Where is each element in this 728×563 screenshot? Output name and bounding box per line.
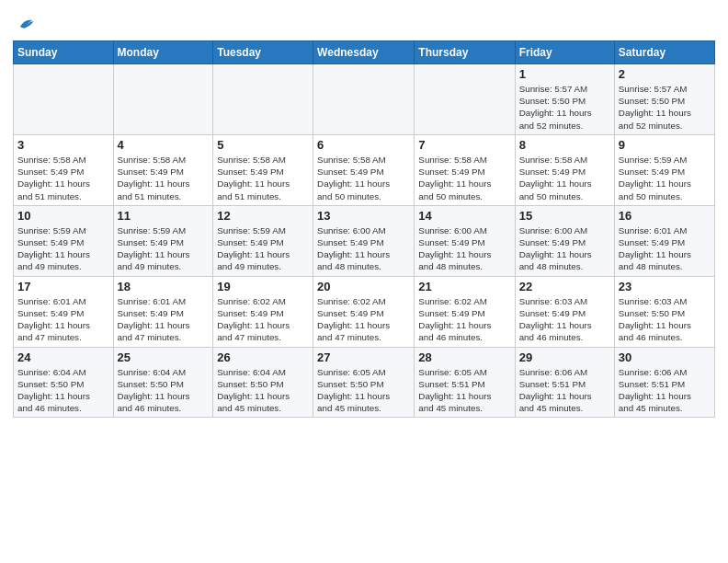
day-info: Sunrise: 6:01 AM Sunset: 5:49 PM Dayligh… xyxy=(17,295,109,344)
calendar-cell xyxy=(313,64,415,135)
calendar-cell: 20Sunrise: 6:02 AM Sunset: 5:49 PM Dayli… xyxy=(313,276,415,347)
day-info: Sunrise: 5:58 AM Sunset: 5:49 PM Dayligh… xyxy=(217,154,309,202)
calendar-week-row: 3Sunrise: 5:58 AM Sunset: 5:49 PM Daylig… xyxy=(14,134,715,205)
day-info: Sunrise: 6:06 AM Sunset: 5:51 PM Dayligh… xyxy=(619,366,711,415)
day-number: 10 xyxy=(17,209,109,223)
day-info: Sunrise: 6:01 AM Sunset: 5:49 PM Dayligh… xyxy=(619,224,711,273)
day-number: 26 xyxy=(217,350,309,364)
day-info: Sunrise: 6:04 AM Sunset: 5:50 PM Dayligh… xyxy=(217,366,309,415)
logo xyxy=(13,9,35,35)
calendar-cell: 28Sunrise: 6:05 AM Sunset: 5:51 PM Dayli… xyxy=(415,347,515,418)
calendar: SundayMondayTuesdayWednesdayThursdayFrid… xyxy=(13,40,715,418)
day-number: 16 xyxy=(619,209,711,223)
calendar-cell: 14Sunrise: 6:00 AM Sunset: 5:49 PM Dayli… xyxy=(415,205,515,276)
calendar-cell xyxy=(213,64,313,135)
calendar-cell: 24Sunrise: 6:04 AM Sunset: 5:50 PM Dayli… xyxy=(14,347,114,418)
day-info: Sunrise: 6:02 AM Sunset: 5:49 PM Dayligh… xyxy=(217,295,309,344)
day-number: 13 xyxy=(317,209,410,223)
day-info: Sunrise: 5:59 AM Sunset: 5:49 PM Dayligh… xyxy=(619,154,711,202)
weekday-header-saturday: Saturday xyxy=(614,41,714,64)
page: SundayMondayTuesdayWednesdayThursdayFrid… xyxy=(0,0,728,563)
day-number: 14 xyxy=(418,209,510,223)
calendar-cell: 23Sunrise: 6:03 AM Sunset: 5:50 PM Dayli… xyxy=(614,276,714,347)
calendar-cell: 3Sunrise: 5:58 AM Sunset: 5:49 PM Daylig… xyxy=(14,134,114,205)
calendar-cell: 17Sunrise: 6:01 AM Sunset: 5:49 PM Dayli… xyxy=(14,276,114,347)
day-number: 6 xyxy=(317,138,410,152)
weekday-header-row: SundayMondayTuesdayWednesdayThursdayFrid… xyxy=(14,41,715,64)
calendar-cell xyxy=(415,64,515,135)
calendar-cell xyxy=(113,64,213,135)
calendar-cell xyxy=(14,64,114,135)
day-info: Sunrise: 5:58 AM Sunset: 5:49 PM Dayligh… xyxy=(519,154,610,202)
day-number: 19 xyxy=(217,280,309,293)
calendar-cell: 21Sunrise: 6:02 AM Sunset: 5:49 PM Dayli… xyxy=(415,276,515,347)
calendar-cell: 27Sunrise: 6:05 AM Sunset: 5:50 PM Dayli… xyxy=(313,347,415,418)
weekday-header-friday: Friday xyxy=(515,41,614,64)
day-info: Sunrise: 6:00 AM Sunset: 5:49 PM Dayligh… xyxy=(418,224,510,273)
day-info: Sunrise: 5:59 AM Sunset: 5:49 PM Dayligh… xyxy=(217,224,309,273)
day-info: Sunrise: 5:57 AM Sunset: 5:50 PM Dayligh… xyxy=(619,83,711,132)
day-number: 27 xyxy=(317,350,410,364)
calendar-cell: 2Sunrise: 5:57 AM Sunset: 5:50 PM Daylig… xyxy=(614,64,714,135)
day-info: Sunrise: 6:03 AM Sunset: 5:49 PM Dayligh… xyxy=(519,295,610,344)
calendar-cell: 25Sunrise: 6:04 AM Sunset: 5:50 PM Dayli… xyxy=(113,347,213,418)
calendar-cell: 1Sunrise: 5:57 AM Sunset: 5:50 PM Daylig… xyxy=(515,64,614,135)
day-info: Sunrise: 6:00 AM Sunset: 5:49 PM Dayligh… xyxy=(519,224,610,273)
day-number: 8 xyxy=(519,138,610,152)
day-info: Sunrise: 6:02 AM Sunset: 5:49 PM Dayligh… xyxy=(418,295,510,344)
day-number: 20 xyxy=(317,280,410,293)
header xyxy=(13,9,715,35)
weekday-header-tuesday: Tuesday xyxy=(213,41,313,64)
calendar-cell: 9Sunrise: 5:59 AM Sunset: 5:49 PM Daylig… xyxy=(614,134,714,205)
calendar-cell: 13Sunrise: 6:00 AM Sunset: 5:49 PM Dayli… xyxy=(313,205,415,276)
day-number: 1 xyxy=(519,67,610,81)
calendar-cell: 6Sunrise: 5:58 AM Sunset: 5:49 PM Daylig… xyxy=(313,134,415,205)
day-info: Sunrise: 6:05 AM Sunset: 5:51 PM Dayligh… xyxy=(418,366,510,415)
day-number: 9 xyxy=(619,138,711,152)
day-number: 15 xyxy=(519,209,610,223)
day-number: 28 xyxy=(418,350,510,364)
day-number: 22 xyxy=(519,280,610,293)
day-number: 25 xyxy=(118,350,210,364)
day-number: 2 xyxy=(619,67,711,81)
day-info: Sunrise: 6:02 AM Sunset: 5:49 PM Dayligh… xyxy=(317,295,410,344)
calendar-cell: 5Sunrise: 5:58 AM Sunset: 5:49 PM Daylig… xyxy=(213,134,313,205)
calendar-week-row: 24Sunrise: 6:04 AM Sunset: 5:50 PM Dayli… xyxy=(14,347,715,418)
weekday-header-sunday: Sunday xyxy=(14,41,114,64)
day-info: Sunrise: 5:59 AM Sunset: 5:49 PM Dayligh… xyxy=(17,224,109,273)
day-number: 7 xyxy=(418,138,510,152)
calendar-cell: 11Sunrise: 5:59 AM Sunset: 5:49 PM Dayli… xyxy=(113,205,213,276)
day-info: Sunrise: 5:57 AM Sunset: 5:50 PM Dayligh… xyxy=(519,83,610,132)
day-info: Sunrise: 5:59 AM Sunset: 5:49 PM Dayligh… xyxy=(118,224,210,273)
calendar-week-row: 1Sunrise: 5:57 AM Sunset: 5:50 PM Daylig… xyxy=(14,64,715,135)
day-number: 24 xyxy=(17,350,109,364)
calendar-cell: 12Sunrise: 5:59 AM Sunset: 5:49 PM Dayli… xyxy=(213,205,313,276)
day-number: 5 xyxy=(217,138,309,152)
day-number: 3 xyxy=(17,138,109,152)
day-info: Sunrise: 6:03 AM Sunset: 5:50 PM Dayligh… xyxy=(619,295,711,344)
day-info: Sunrise: 6:01 AM Sunset: 5:49 PM Dayligh… xyxy=(118,295,210,344)
day-info: Sunrise: 5:58 AM Sunset: 5:49 PM Dayligh… xyxy=(317,154,410,202)
day-number: 21 xyxy=(418,280,510,293)
calendar-cell: 15Sunrise: 6:00 AM Sunset: 5:49 PM Dayli… xyxy=(515,205,614,276)
day-info: Sunrise: 6:04 AM Sunset: 5:50 PM Dayligh… xyxy=(17,366,109,415)
day-info: Sunrise: 5:58 AM Sunset: 5:49 PM Dayligh… xyxy=(418,154,510,202)
weekday-header-wednesday: Wednesday xyxy=(313,41,415,64)
day-info: Sunrise: 6:00 AM Sunset: 5:49 PM Dayligh… xyxy=(317,224,410,273)
calendar-cell: 4Sunrise: 5:58 AM Sunset: 5:49 PM Daylig… xyxy=(113,134,213,205)
day-info: Sunrise: 6:06 AM Sunset: 5:51 PM Dayligh… xyxy=(519,366,610,415)
calendar-cell: 18Sunrise: 6:01 AM Sunset: 5:49 PM Dayli… xyxy=(113,276,213,347)
weekday-header-thursday: Thursday xyxy=(415,41,515,64)
day-number: 18 xyxy=(118,280,210,293)
day-info: Sunrise: 6:05 AM Sunset: 5:50 PM Dayligh… xyxy=(317,366,410,415)
calendar-cell: 8Sunrise: 5:58 AM Sunset: 5:49 PM Daylig… xyxy=(515,134,614,205)
calendar-cell: 26Sunrise: 6:04 AM Sunset: 5:50 PM Dayli… xyxy=(213,347,313,418)
day-info: Sunrise: 5:58 AM Sunset: 5:49 PM Dayligh… xyxy=(118,154,210,202)
day-info: Sunrise: 5:58 AM Sunset: 5:49 PM Dayligh… xyxy=(17,154,109,202)
calendar-week-row: 17Sunrise: 6:01 AM Sunset: 5:49 PM Dayli… xyxy=(14,276,715,347)
calendar-cell: 7Sunrise: 5:58 AM Sunset: 5:49 PM Daylig… xyxy=(415,134,515,205)
calendar-cell: 30Sunrise: 6:06 AM Sunset: 5:51 PM Dayli… xyxy=(614,347,714,418)
calendar-cell: 10Sunrise: 5:59 AM Sunset: 5:49 PM Dayli… xyxy=(14,205,114,276)
calendar-week-row: 10Sunrise: 5:59 AM Sunset: 5:49 PM Dayli… xyxy=(14,205,715,276)
weekday-header-monday: Monday xyxy=(113,41,213,64)
